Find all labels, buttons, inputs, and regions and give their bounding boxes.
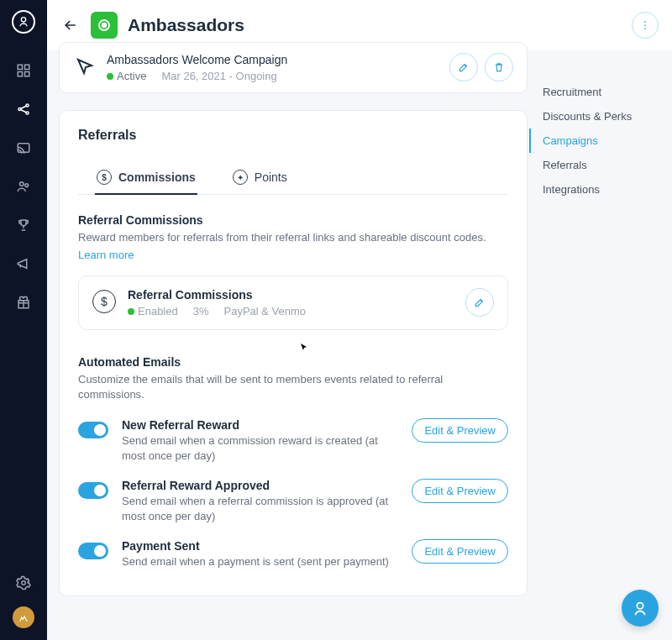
- refbox-rate: 3%: [193, 305, 209, 317]
- svg-point-16: [644, 24, 646, 26]
- svg-point-12: [22, 581, 26, 585]
- toggle-new-reward[interactable]: [78, 422, 108, 438]
- email-desc: Send email when a commission reward is c…: [122, 433, 398, 464]
- tab-commissions[interactable]: $ Commissions: [95, 161, 197, 195]
- cursor-icon: [73, 55, 97, 78]
- svg-point-9: [20, 182, 24, 186]
- refbox-title: Referral Commissions: [128, 288, 465, 302]
- chat-fab[interactable]: [622, 590, 659, 627]
- tab-points-label: Points: [255, 170, 287, 184]
- svg-rect-2: [25, 65, 29, 69]
- campaign-card[interactable]: Ambassadors Welcome Campaign Active Mar …: [59, 42, 528, 93]
- nav-gift-icon[interactable]: [13, 292, 34, 312]
- edit-preview-button[interactable]: Edit & Preview: [412, 539, 508, 564]
- svg-point-15: [644, 21, 646, 23]
- campaign-title: Ambassadors Welcome Campaign: [107, 53, 449, 66]
- toggle-reward-approved[interactable]: [78, 482, 108, 499]
- edit-preview-button[interactable]: Edit & Preview: [412, 479, 508, 503]
- email-row-reward-approved: Referral Reward Approved Send email when…: [78, 479, 508, 524]
- nav-cast-icon[interactable]: [13, 138, 34, 158]
- svg-point-6: [26, 104, 29, 107]
- user-avatar[interactable]: [13, 606, 34, 628]
- referrals-section: Referrals $ Commissions ✦ Points Referra…: [59, 110, 528, 596]
- inpage-nav-discounts[interactable]: Discounts & Perks: [529, 104, 638, 129]
- inpage-nav-integrations[interactable]: Integrations: [529, 177, 638, 202]
- svg-point-18: [637, 603, 643, 609]
- program-icon: [91, 12, 118, 39]
- email-title: New Referral Reward: [122, 418, 398, 432]
- referrals-heading: Referrals: [78, 128, 508, 143]
- email-row-payment-sent: Payment Sent Send email when a payment i…: [78, 539, 508, 569]
- automated-emails-subtitle: Customize the emails that will be sent t…: [78, 372, 508, 402]
- referrals-tabs: $ Commissions ✦ Points: [78, 161, 508, 195]
- referral-commissions-title: Referral Commissions: [78, 213, 508, 227]
- back-button[interactable]: [60, 15, 81, 35]
- app-logo[interactable]: [12, 10, 35, 34]
- edit-campaign-button[interactable]: [449, 53, 478, 81]
- nav-trophy-icon[interactable]: [13, 215, 34, 235]
- email-title: Payment Sent: [122, 539, 398, 553]
- tab-commissions-label: Commissions: [118, 170, 196, 184]
- nav-share-icon[interactable]: [13, 99, 34, 119]
- delete-campaign-button[interactable]: [485, 53, 513, 81]
- refbox-methods: PayPal & Venmo: [224, 305, 307, 317]
- referral-commissions-box: $ Referral Commissions Enabled 3% PayPal…: [78, 275, 508, 330]
- star-icon: ✦: [233, 170, 248, 185]
- inpage-nav-recruitment[interactable]: Recruitment: [529, 80, 638, 104]
- svg-point-17: [644, 28, 646, 29]
- svg-point-7: [26, 112, 29, 114]
- svg-point-5: [18, 108, 21, 111]
- campaign-status: Active: [117, 70, 146, 82]
- svg-rect-4: [25, 72, 29, 76]
- tab-points[interactable]: ✦ Points: [231, 161, 289, 195]
- svg-point-0: [21, 18, 25, 22]
- nav-dashboard-icon[interactable]: [13, 60, 34, 81]
- svg-rect-1: [18, 65, 22, 69]
- main-content: Ambassadors Welcome Campaign Active Mar …: [59, 42, 531, 640]
- nav-people-icon[interactable]: [13, 176, 34, 197]
- svg-rect-3: [18, 72, 22, 76]
- campaign-date: Mar 26, 2021 - Ongoing: [161, 70, 276, 82]
- svg-point-10: [25, 184, 29, 187]
- referral-commissions-subtitle: Reward members for referrals from their …: [78, 230, 508, 245]
- automated-emails-title: Automated Emails: [78, 355, 508, 369]
- email-desc: Send email when a referral commission is…: [122, 494, 398, 524]
- inpage-nav-referrals[interactable]: Referrals: [529, 153, 638, 177]
- email-title: Referral Reward Approved: [122, 479, 398, 492]
- inpage-nav-campaigns[interactable]: Campaigns: [529, 129, 638, 153]
- email-desc: Send email when a payment is sent (sent …: [122, 554, 398, 569]
- svg-point-14: [102, 24, 107, 28]
- more-actions-button[interactable]: [632, 12, 659, 39]
- dollar-circle-icon: $: [92, 290, 116, 313]
- nav-settings-icon[interactable]: [13, 573, 34, 593]
- nav-megaphone-icon[interactable]: [13, 254, 34, 274]
- learn-more-link[interactable]: Learn more: [78, 249, 134, 261]
- page-title: Ambassadors: [128, 15, 244, 35]
- edit-preview-button[interactable]: Edit & Preview: [412, 418, 508, 443]
- dollar-icon: $: [97, 170, 112, 185]
- inpage-nav: Recruitment Discounts & Perks Campaigns …: [529, 80, 638, 202]
- toggle-payment-sent[interactable]: [78, 543, 108, 559]
- refbox-status: Enabled: [138, 305, 178, 317]
- refbox-edit-button[interactable]: [465, 288, 494, 317]
- email-row-new-reward: New Referral Reward Send email when a co…: [78, 418, 508, 464]
- left-nav-rail: [0, 0, 47, 640]
